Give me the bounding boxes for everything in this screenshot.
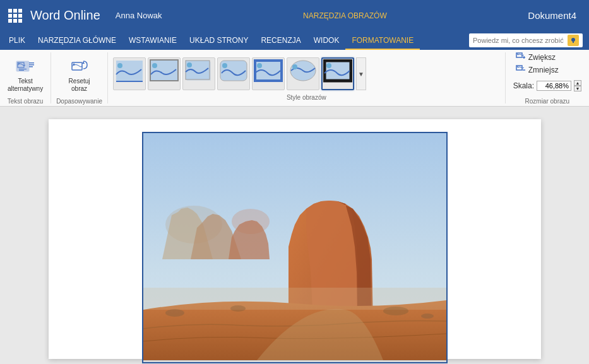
scale-down-btn[interactable]: ▼ [574, 86, 581, 91]
image-style-7[interactable] [321, 57, 354, 90]
tekst-alt-label: Tekst alternatywny [8, 78, 43, 93]
svg-rect-7 [29, 62, 34, 64]
zmniejsz-button[interactable]: Zmniejsz [513, 64, 581, 76]
doc-image-container[interactable] [142, 132, 448, 363]
menu-uklad-strony[interactable]: UKŁAD STRONY [183, 31, 254, 50]
image-style-4[interactable] [217, 57, 250, 90]
svg-point-19 [187, 62, 192, 68]
lightbulb-icon [570, 37, 576, 44]
image-style-2[interactable] [148, 57, 181, 90]
search-input[interactable] [473, 37, 568, 44]
zwieksz-label: Zwiększ [528, 53, 556, 62]
svg-rect-8 [29, 64, 34, 66]
svg-point-29 [517, 54, 518, 55]
image-styles-row: ▼ [113, 55, 500, 93]
menu-narzedzia-glowne[interactable]: NARZĘDZIA GŁÓWNE [32, 31, 122, 50]
ribbon-group-dopasowywanie: Resetuj obraz Dopasowywanie [51, 52, 108, 103]
scale-up-btn[interactable]: ▲ [574, 80, 581, 86]
svg-rect-35 [143, 288, 446, 310]
svg-point-13 [117, 63, 122, 68]
resetuj-label: Resetuj obraz [69, 78, 90, 93]
svg-point-31 [517, 66, 518, 68]
menu-formatowanie[interactable]: FORMATOWANIE [345, 31, 420, 50]
scale-label: Skala: [513, 81, 534, 90]
doc-page [49, 119, 541, 359]
doc-area [0, 107, 589, 364]
image-style-6[interactable] [287, 57, 319, 90]
svg-point-37 [230, 305, 246, 312]
svg-rect-9 [29, 66, 33, 68]
svg-rect-5 [19, 69, 27, 69]
menu-plik[interactable]: PLIK [3, 31, 32, 50]
svg-point-25 [292, 64, 297, 69]
ribbon-group-rozmiar-obrazu: Zwiększ Zmniejsz Skala: ▲ ▼ Rozmiar obra… [506, 52, 589, 103]
image-style-1[interactable] [113, 57, 146, 90]
ribbon-group-tekst-obrazu: Tekst alternatywny Tekst obrazu [0, 52, 51, 103]
scale-input[interactable] [537, 81, 571, 91]
zwieksz-icon [516, 52, 526, 62]
style-obrazow-label: Style obrazów [113, 93, 500, 101]
title-bar: Word Online Anna Nowak NARZĘDZIA OBRAZÓW… [0, 0, 589, 31]
rozmiar-obrazu-label: Rozmiar obrazu [513, 98, 581, 105]
menu-bar: PLIK NARZĘDZIA GŁÓWNE WSTAWIANIE UKŁAD S… [0, 31, 589, 50]
waffle-icon [8, 9, 22, 23]
tekst-alt-icon [15, 57, 35, 78]
svg-rect-15 [150, 60, 178, 81]
zmniejsz-icon [516, 65, 526, 75]
document-name: Dokument4 [515, 10, 589, 21]
ribbon-group-style-obrazow: ▼ Style obrazów [108, 52, 506, 103]
tekst-alternatywny-button[interactable]: Tekst alternatywny [5, 55, 45, 95]
search-box[interactable] [469, 33, 583, 47]
svg-rect-28 [516, 53, 522, 57]
menu-widok[interactable]: WIDOK [307, 31, 346, 50]
menu-wstawianie[interactable]: WSTAWIANIE [122, 31, 183, 50]
svg-point-16 [152, 63, 157, 68]
svg-point-4 [18, 63, 20, 64]
resetuj-icon [69, 57, 90, 78]
styles-scroll-down[interactable]: ▼ [356, 57, 366, 90]
svg-point-36 [165, 309, 184, 317]
app-name: Word Online [30, 8, 116, 23]
scale-spinner: ▲ ▼ [574, 80, 581, 91]
doc-image [143, 133, 446, 360]
svg-rect-30 [516, 66, 522, 70]
svg-point-23 [257, 63, 262, 68]
zwieksz-button[interactable]: Zwiększ [513, 51, 581, 64]
svg-rect-6 [19, 70, 24, 71]
svg-rect-1 [573, 42, 574, 43]
user-name: Anna Nowak [116, 11, 175, 20]
image-style-3[interactable] [182, 57, 215, 90]
svg-point-38 [383, 307, 408, 315]
tekst-obrazu-group-label: Tekst obrazu [8, 95, 44, 105]
svg-point-0 [571, 38, 575, 42]
waffle-button[interactable] [0, 0, 30, 31]
svg-rect-14 [116, 81, 143, 82]
search-icon-btn[interactable] [568, 35, 579, 46]
svg-point-39 [421, 314, 434, 319]
svg-point-11 [73, 64, 74, 66]
zmniejsz-label: Zmniejsz [528, 66, 559, 74]
scale-row: Skala: ▲ ▼ [513, 80, 581, 91]
narzedzia-obrazow-label: NARZĘDZIA OBRAZÓW [295, 11, 395, 20]
menu-recenzja[interactable]: RECENZJA [254, 31, 307, 50]
svg-point-27 [326, 63, 331, 68]
image-style-5[interactable] [252, 57, 285, 90]
svg-point-21 [222, 63, 227, 68]
ribbon: Tekst alternatywny Tekst obrazu Resetuj … [0, 50, 589, 107]
dopasowywanie-group-label: Dopasowywanie [56, 95, 102, 105]
resetuj-obraz-button[interactable]: Resetuj obraz [66, 55, 93, 95]
